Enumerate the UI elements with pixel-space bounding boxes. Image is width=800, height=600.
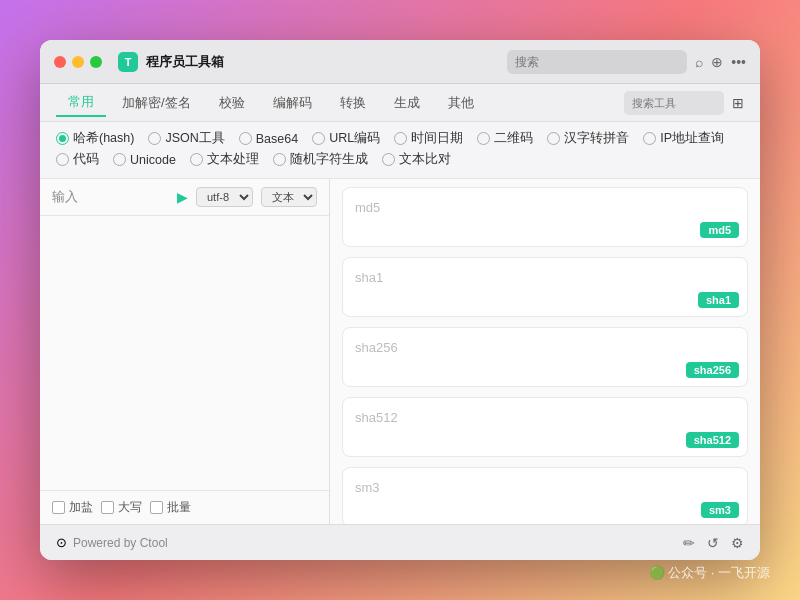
tool-selection: 哈希(hash) JSON工具 Base64 URL编码 时间日期 二维码 [40,122,760,179]
radio-text-process[interactable]: 文本处理 [190,151,259,168]
sm3-output-row: sm3 sm3 [342,467,748,524]
radio-circle-ip [643,132,656,145]
grid-view-icon[interactable]: ⊞ [732,95,744,111]
checkbox-uppercase[interactable]: 大写 [101,499,142,516]
uppercase-checkbox[interactable] [101,501,114,514]
checkbox-batch[interactable]: 批量 [150,499,191,516]
type-select-wrap: 文本 文件 [261,187,317,207]
input-textarea[interactable] [40,216,329,490]
radio-url[interactable]: URL编码 [312,130,380,147]
batch-checkbox[interactable] [150,501,163,514]
tab-verify[interactable]: 校验 [207,90,257,116]
encoding-select-wrap: utf-8 gbk [196,187,253,207]
traffic-lights [54,56,102,68]
sha512-output-row: sha512 sha512 [342,397,748,457]
md5-output-row: md5 md5 [342,187,748,247]
tab-encode[interactable]: 编解码 [261,90,324,116]
radio-pinyin[interactable]: 汉字转拼音 [547,130,629,147]
encoding-select[interactable]: utf-8 gbk [196,187,253,207]
tab-other[interactable]: 其他 [436,90,486,116]
left-panel: 输入 ▶ utf-8 gbk 文本 文件 [40,179,330,524]
bookmark-icon[interactable]: ⌕ [695,54,703,70]
radio-qrcode[interactable]: 二维码 [477,130,533,147]
type-select[interactable]: 文本 文件 [261,187,317,207]
radio-circle-diff [382,153,395,166]
footer: ⊙ Powered by Ctool ✏ ↺ ⚙ [40,524,760,560]
radio-ip[interactable]: IP地址查询 [643,130,724,147]
nav-tabs: 常用 加解密/签名 校验 编解码 转换 生成 其他 ⊞ [40,84,760,122]
watermark: 🟢 公众号 · 一飞开源 [649,564,770,582]
more-icon[interactable]: ••• [731,54,746,70]
radio-circle-text-process [190,153,203,166]
md5-placeholder: md5 [355,200,380,215]
input-toolbar: 输入 ▶ utf-8 gbk 文本 文件 [40,179,329,216]
radio-circle-hash [56,132,69,145]
radio-circle-url [312,132,325,145]
right-panel: md5 md5 sha1 sha1 sha256 sha256 sha512 s… [330,179,760,524]
app-title: 程序员工具箱 [146,53,499,71]
minimize-button[interactable] [72,56,84,68]
radio-circle-pinyin [547,132,560,145]
md5-badge: md5 [700,222,739,238]
input-label: 输入 [52,188,169,206]
main-content: 输入 ▶ utf-8 gbk 文本 文件 [40,179,760,524]
close-button[interactable] [54,56,66,68]
radio-circle-code [56,153,69,166]
sha256-placeholder: sha256 [355,340,398,355]
run-button[interactable]: ▶ [177,189,188,205]
footer-actions: ✏ ↺ ⚙ [683,535,744,551]
tab-encrypt[interactable]: 加解密/签名 [110,90,203,116]
radio-diff[interactable]: 文本比对 [382,151,451,168]
settings-icon[interactable]: ⚙ [731,535,744,551]
sha1-output-row: sha1 sha1 [342,257,748,317]
radio-circle-random [273,153,286,166]
sha1-placeholder: sha1 [355,270,383,285]
tool-search-input[interactable] [624,91,724,115]
radio-circle-base64 [239,132,252,145]
sha512-placeholder: sha512 [355,410,398,425]
app-window: T 程序员工具箱 ⌕ ⊕ ••• 常用 加解密/签名 校验 编解码 转换 生成 … [40,40,760,560]
sha1-badge: sha1 [698,292,739,308]
radio-circle-qrcode [477,132,490,145]
sm3-placeholder: sm3 [355,480,380,495]
radio-unicode[interactable]: Unicode [113,153,176,167]
github-icon: ⊙ [56,535,67,550]
app-icon: T [118,52,138,72]
radio-row-2: 代码 Unicode 文本处理 随机字符生成 文本比对 [56,151,744,168]
tab-convert[interactable]: 转换 [328,90,378,116]
sha256-output-row: sha256 sha256 [342,327,748,387]
radio-circle-unicode [113,153,126,166]
sha512-badge: sha512 [686,432,739,448]
radio-hash[interactable]: 哈希(hash) [56,130,134,147]
radio-circle-json [148,132,161,145]
paint-icon[interactable]: ✏ [683,535,695,551]
titlebar: T 程序员工具箱 ⌕ ⊕ ••• [40,40,760,84]
checkbox-salt[interactable]: 加盐 [52,499,93,516]
footer-text: Powered by Ctool [73,536,168,550]
titlebar-actions: ⌕ ⊕ ••• [695,54,746,70]
nav-search-wrap: ⊞ [624,91,744,115]
tab-generate[interactable]: 生成 [382,90,432,116]
radio-circle-datetime [394,132,407,145]
radio-random[interactable]: 随机字符生成 [273,151,368,168]
radio-row-1: 哈希(hash) JSON工具 Base64 URL编码 时间日期 二维码 [56,130,744,147]
titlebar-search-input[interactable] [507,50,687,74]
zoom-icon[interactable]: ⊕ [711,54,723,70]
sm3-badge: sm3 [701,502,739,518]
tab-common[interactable]: 常用 [56,89,106,117]
bottom-bar: 加盐 大写 批量 [40,490,329,524]
radio-json[interactable]: JSON工具 [148,130,224,147]
sha256-badge: sha256 [686,362,739,378]
radio-code[interactable]: 代码 [56,151,99,168]
radio-datetime[interactable]: 时间日期 [394,130,463,147]
salt-checkbox[interactable] [52,501,65,514]
history-icon[interactable]: ↺ [707,535,719,551]
radio-base64[interactable]: Base64 [239,132,298,146]
maximize-button[interactable] [90,56,102,68]
